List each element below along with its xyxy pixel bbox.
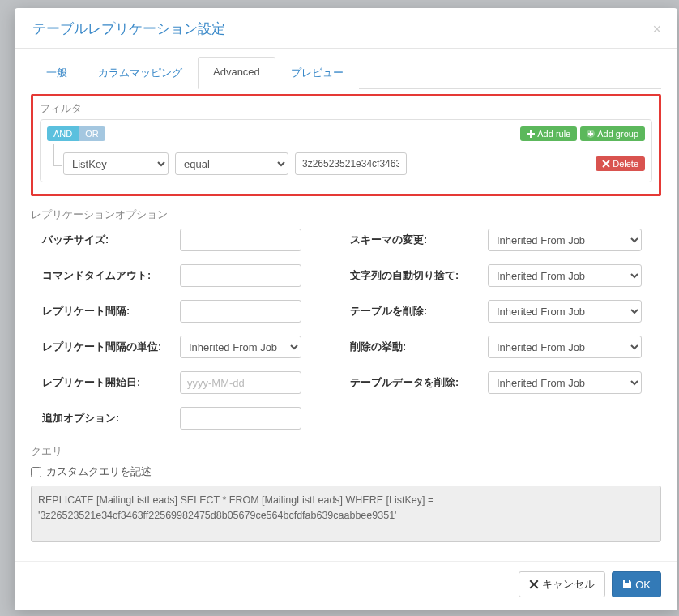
rule-field-select[interactable]: ListKey: [63, 152, 169, 175]
or-button[interactable]: OR: [79, 126, 105, 141]
auto-truncate-select[interactable]: Inherited From Job: [488, 264, 642, 287]
delete-rule-label: Delete: [613, 159, 638, 169]
ok-button[interactable]: OK: [612, 571, 661, 597]
schema-change-label: スキーマの変更:: [350, 233, 488, 247]
add-group-button[interactable]: Add group: [580, 126, 645, 141]
replicate-interval-unit-label: レプリケート間隔の単位:: [42, 340, 180, 354]
and-button[interactable]: AND: [47, 126, 79, 141]
delete-icon: [602, 160, 610, 168]
close-icon[interactable]: ×: [652, 22, 661, 36]
options-grid: バッチサイズ: スキーマの変更: Inherited From Job コマンド…: [42, 229, 661, 430]
custom-query-checkbox[interactable]: [31, 467, 41, 477]
extra-options-label: 追加オプション:: [42, 412, 180, 426]
batch-size-label: バッチサイズ:: [42, 233, 180, 247]
command-timeout-input[interactable]: [180, 264, 301, 287]
rule-operator-select[interactable]: equal: [175, 152, 288, 175]
schema-change-select[interactable]: Inherited From Job: [488, 229, 642, 251]
modal-title: テーブルレプリケーション設定: [32, 19, 225, 38]
replicate-interval-input[interactable]: [180, 300, 301, 323]
query-text: REPLICATE [MailingListLeads] SELECT * FR…: [31, 486, 661, 542]
replicate-interval-unit-select[interactable]: Inherited From Job: [180, 336, 301, 358]
delete-table-data-label: テーブルデータを削除:: [350, 376, 488, 390]
replicate-start-date-input[interactable]: [180, 371, 301, 394]
command-timeout-label: コマンドタイムアウト:: [42, 269, 180, 283]
save-icon: [622, 580, 632, 589]
query-section-label: クエリ: [31, 444, 661, 459]
drop-table-select[interactable]: Inherited From Job: [488, 300, 642, 323]
cancel-label: キャンセル: [542, 577, 595, 592]
delete-rule-button[interactable]: Delete: [596, 156, 645, 171]
ok-label: OK: [635, 579, 651, 591]
batch-size-input[interactable]: [180, 229, 301, 251]
drop-table-label: テーブルを削除:: [350, 305, 488, 319]
tab-preview[interactable]: プレビュー: [275, 57, 359, 89]
delete-behavior-select[interactable]: Inherited From Job: [488, 336, 642, 358]
close-icon: [529, 580, 539, 589]
table-replication-settings-modal: テーブルレプリケーション設定 × 一般 カラムマッピング Advanced プレ…: [15, 8, 677, 610]
tab-advanced[interactable]: Advanced: [198, 57, 275, 89]
tab-column-mapping[interactable]: カラムマッピング: [83, 57, 198, 89]
tab-general[interactable]: 一般: [31, 57, 83, 89]
add-rule-button[interactable]: Add rule: [520, 126, 577, 141]
replicate-start-date-label: レプリケート開始日:: [42, 376, 180, 390]
filter-section: フィルタ AND OR Add rule Add group: [31, 94, 661, 196]
rule-value-input[interactable]: [295, 152, 407, 175]
add-rule-label: Add rule: [537, 129, 570, 139]
tabs: 一般 カラムマッピング Advanced プレビュー: [31, 57, 661, 89]
auto-truncate-label: 文字列の自動切り捨て:: [350, 269, 488, 283]
custom-query-label: カスタムクエリを記述: [46, 465, 152, 479]
extra-options-input[interactable]: [180, 407, 301, 430]
add-group-label: Add group: [597, 129, 638, 139]
cancel-button[interactable]: キャンセル: [519, 571, 605, 597]
plus-circle-icon: [587, 130, 595, 138]
delete-table-data-select[interactable]: Inherited From Job: [488, 371, 642, 394]
plus-icon: [527, 130, 535, 138]
delete-behavior-label: 削除の挙動:: [350, 340, 488, 354]
options-section-label: レプリケーションオプション: [31, 207, 661, 222]
replicate-interval-label: レプリケート間隔:: [42, 305, 180, 319]
filter-section-label: フィルタ: [40, 101, 652, 116]
